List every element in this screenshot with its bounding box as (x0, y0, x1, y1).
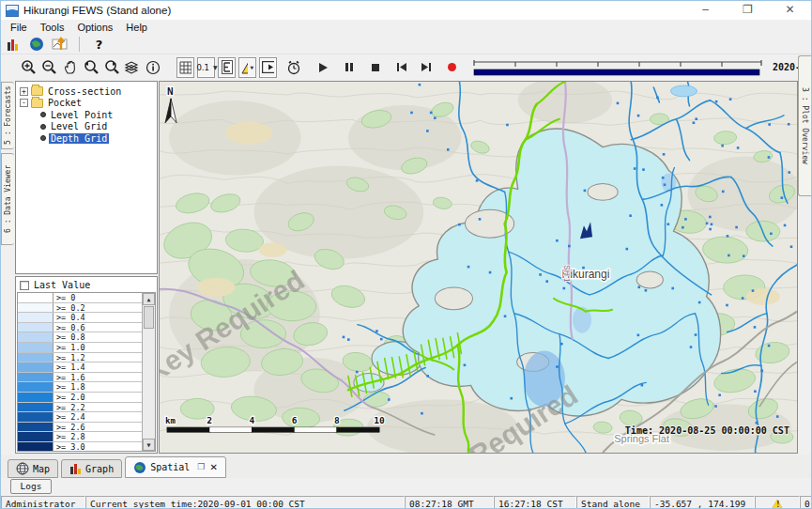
status-mode: Stand alone (576, 496, 650, 509)
database-icon[interactable] (4, 34, 22, 54)
warning-icon (772, 500, 783, 509)
legend-color-swatch (18, 343, 54, 352)
minimize-button[interactable]: – (684, 1, 727, 20)
legend-threshold-label: >= 0.4 (54, 313, 142, 322)
tree-item-cross-section[interactable]: + Cross-section (20, 85, 157, 98)
maximize-button[interactable]: ❐ (727, 1, 769, 20)
legend-row[interactable]: >= 2.0 (18, 393, 142, 403)
tab-map[interactable]: Map (8, 459, 58, 478)
folder-icon (31, 86, 43, 96)
tree-item-depth-grid[interactable]: Depth Grid (20, 132, 157, 145)
last-value-checkbox[interactable] (20, 281, 29, 290)
scrollbar-thumb[interactable] (144, 306, 154, 329)
legend-row[interactable]: >= 1.8 (18, 382, 142, 393)
scroll-up-icon[interactable]: ▲ (143, 293, 155, 305)
legend-row[interactable]: >= 3.0 (18, 442, 142, 452)
tree-item-label[interactable]: Pocket (46, 98, 84, 108)
expand-icon[interactable]: + (20, 87, 28, 96)
title-bar: Hikurangi FEWS (Stand alone) – ❐ ✕ (1, 1, 811, 20)
tree-item-label[interactable]: Level Grid (49, 121, 109, 131)
wire-globe-icon (16, 462, 29, 475)
status-download-speed: 0.0 MB/s (800, 496, 812, 509)
sidebar-tab-forecasts[interactable]: 5 : Forecasts (1, 82, 14, 149)
legend-threshold-label: >= 2.4 (54, 412, 142, 422)
status-warning[interactable] (755, 496, 800, 509)
tab-spatial[interactable]: Spatial ❐ ✕ (125, 456, 226, 478)
legend-row[interactable]: >= 0.4 (18, 313, 142, 323)
legend-row[interactable]: >= 2.4 (18, 412, 142, 423)
tab-graph-label: Graph (85, 464, 114, 474)
flood-map[interactable]: API Key Required API Key Required Hikura… (160, 82, 797, 453)
record-button[interactable] (443, 57, 461, 78)
status-coordinates: -35.657 , 174.199 (650, 496, 755, 509)
left-panel: + Cross-section - Pocket Level Point Lev… (14, 80, 159, 455)
menu-help[interactable]: Help (119, 22, 154, 33)
sidebar-tab-data-viewer[interactable]: 6 : Data Viewer (1, 153, 14, 245)
time-slider-ruler[interactable] (471, 57, 764, 78)
pan-hand-icon[interactable] (61, 57, 79, 78)
legend-threshold-label: >= 3.0 (54, 442, 142, 452)
zoom-previous-icon[interactable] (82, 57, 100, 78)
skip-to-end-button[interactable] (417, 57, 435, 78)
globe-icon (133, 461, 146, 474)
close-button[interactable]: ✕ (769, 1, 811, 20)
tree-item-level-point[interactable]: Level Point (20, 109, 157, 121)
stop-button[interactable] (366, 57, 384, 78)
grid-display-button[interactable] (176, 57, 194, 78)
opacity-dropdown[interactable]: 0.1 ▼ (197, 57, 215, 78)
help-button[interactable]: ? (90, 34, 108, 54)
animation-player-button[interactable] (259, 57, 277, 78)
legend-row[interactable]: >= 2.8 (18, 432, 142, 442)
legend-row[interactable]: >= 0.8 (18, 332, 142, 343)
tree-item-level-grid[interactable]: Level Grid (20, 121, 157, 133)
menu-file[interactable]: File (4, 22, 34, 33)
legend-row[interactable]: >= 0 (18, 293, 142, 303)
collapse-icon[interactable]: - (20, 99, 28, 107)
pause-button[interactable] (340, 57, 358, 78)
animation-settings-icon[interactable] (285, 57, 303, 78)
legend-color-swatch (18, 303, 54, 313)
tab-graph[interactable]: Graph (61, 459, 122, 478)
map-toolbar: 0.1 ▼ ▼ 2020-08-25 00:00:00 CST (1, 54, 811, 80)
main-area: + Cross-section - Pocket Level Point Lev… (1, 80, 811, 455)
legend-row[interactable]: >= 1.2 (18, 353, 142, 363)
legend-scrollbar[interactable]: ▲ ▼ (142, 293, 155, 451)
legend-row[interactable]: >= 2.2 (18, 403, 142, 413)
tab-spatial-label: Spatial (150, 462, 190, 472)
tree-item-label-selected[interactable]: Depth Grid (49, 133, 109, 144)
skip-to-start-button[interactable] (392, 57, 410, 78)
zoom-in-icon[interactable] (20, 57, 38, 78)
globe-icon[interactable] (27, 34, 45, 54)
legend-threshold-label: >= 2.2 (54, 403, 142, 412)
road-label: SH 1 (562, 265, 572, 283)
time-slider[interactable] (471, 57, 764, 78)
legend-row[interactable]: >= 1.6 (18, 373, 142, 383)
tree-item-label[interactable]: Level Point (49, 110, 115, 120)
menu-options[interactable]: Options (70, 22, 119, 33)
bar-chart-icon (69, 463, 82, 475)
info-icon[interactable] (144, 57, 161, 78)
tree-item-pocket[interactable]: - Pocket (20, 98, 157, 110)
tab-restore-icon[interactable]: ❐ (197, 462, 205, 472)
legend-color-swatch (18, 373, 54, 382)
sidebar-tab-plot-overview[interactable]: 3 : Plot Overview (798, 55, 811, 196)
legend-row[interactable]: >= 1.4 (18, 362, 142, 373)
tree-item-label[interactable]: Cross-section (46, 86, 123, 97)
layers-icon[interactable] (123, 57, 141, 78)
map-view[interactable]: API Key Required API Key Required Hikura… (159, 81, 798, 454)
scroll-down-icon[interactable]: ▼ (143, 439, 155, 451)
legend-row[interactable]: >= 0.2 (18, 303, 142, 314)
legend-row[interactable]: >= 2.6 (18, 423, 142, 433)
legend-row[interactable]: >= 0.6 (18, 323, 142, 333)
play-button[interactable] (314, 57, 331, 78)
zoom-next-icon[interactable] (102, 57, 120, 78)
zoom-out-icon[interactable] (40, 57, 58, 78)
longitudinal-profile-button[interactable] (218, 57, 236, 78)
bullet-icon (40, 135, 46, 141)
warnings-dropdown[interactable]: ▼ (238, 57, 256, 78)
tab-close-icon[interactable]: ✕ (209, 462, 217, 472)
menu-tools[interactable]: Tools (34, 22, 71, 33)
timeseries-chart-icon[interactable] (51, 34, 69, 54)
logs-button[interactable]: Logs (10, 479, 52, 494)
legend-row[interactable]: >= 1.0 (18, 343, 142, 353)
